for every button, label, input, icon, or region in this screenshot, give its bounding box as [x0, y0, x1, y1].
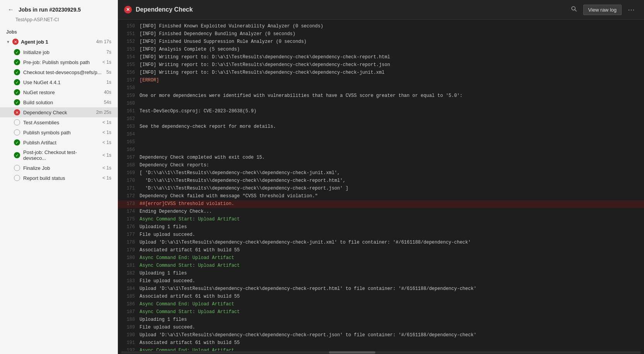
log-line: 161 Test-DevSecOps.csproj: CVE-2023-2863…: [118, 108, 644, 115]
log-line-number: 191: [121, 339, 135, 347]
log-line-number: 165: [121, 139, 135, 146]
job-item-time: < 1s: [102, 130, 111, 135]
log-line-text: Async Command Start: Upload Artifact: [140, 308, 240, 316]
log-line: 166: [118, 146, 644, 154]
log-line-text: Dependency Check reports:: [140, 162, 209, 169]
log-line: 185 Associated artifact 61 with build 55: [118, 293, 644, 301]
scroll-thumb[interactable]: [329, 351, 375, 354]
status-icon-success: ✓: [14, 152, 20, 158]
main-content: ✕ Dependency Check View raw log ⋯ 150 [I…: [118, 0, 644, 354]
log-line-number: 187: [121, 308, 135, 316]
log-line-text: Async Command End: Upload Artifact: [140, 347, 234, 351]
log-line-number: 186: [121, 301, 135, 308]
sidebar-item-publish-artifact[interactable]: ✓ Publish Artifact < 1s: [0, 137, 118, 147]
sidebar-item-publish-symbols[interactable]: Publish symbols path < 1s: [0, 127, 118, 137]
log-container[interactable]: 150 [INFO] Finished Known Exploited Vuln…: [118, 20, 644, 351]
log-line: 169 [ 'D:\\a\\1\\TestResults\\dependency…: [118, 169, 644, 177]
log-line-number: 177: [121, 231, 135, 239]
sidebar-item-checkout[interactable]: ✓ Checkout test-devsecops@refs/p... 5s: [0, 67, 118, 77]
sidebar-item-test-assemblies[interactable]: Test Assemblies < 1s: [0, 117, 118, 127]
sidebar-item-finalize-job[interactable]: Finalize Job < 1s: [0, 163, 118, 173]
log-line-number: 172: [121, 193, 135, 200]
log-line: 159 One or more dependencies were identi…: [118, 92, 644, 100]
log-line: 189 File upload succeed.: [118, 324, 644, 332]
sidebar-item-post-job-checkout[interactable]: ✓ Post-job: Checkout test-devseco... < 1…: [0, 147, 118, 163]
log-line-text: [ 'D:\\a\\1\\TestResults\\dependency-che…: [140, 169, 340, 177]
scroll-track: [121, 351, 641, 354]
agent-job-row[interactable]: ▼ ✕ Agent job 1 4m 17s: [0, 36, 118, 47]
log-line-text: 'D:\\a\\1\\TestResults\\dependency-check…: [140, 177, 346, 185]
log-line: 192 Async Command End: Upload Artifact: [118, 347, 644, 351]
log-line-text: Dependency Check completed with exit cod…: [140, 154, 265, 161]
log-line-number: 160: [121, 100, 135, 107]
log-line: 184 Upload 'D:\a\1\TestResults\dependenc…: [118, 285, 644, 293]
log-line-number: 181: [121, 262, 135, 269]
job-item-time: 5s: [106, 69, 111, 75]
log-line-text: Associated artifact 61 with build 55: [140, 293, 240, 300]
job-item-time: < 1s: [102, 59, 111, 65]
log-line-number: 163: [121, 123, 135, 130]
log-line: 157 [ERROR]: [118, 77, 644, 85]
log-line-number: 169: [121, 169, 135, 177]
log-line: 151 [INFO] Finished Dependency Bundling …: [118, 30, 644, 38]
log-line-text: File upload succeed.: [140, 324, 195, 331]
log-line-text: Uploading 1 files: [140, 316, 187, 324]
log-line-number: 179: [121, 247, 135, 254]
job-item-label: Finalize Job: [23, 165, 99, 171]
log-line-number: 162: [121, 115, 135, 123]
log-line-number: 183: [121, 278, 135, 285]
log-line-text: [INFO] Writing report to: D:\a\1\TestRes…: [140, 54, 390, 61]
job-item-time: 2m 25s: [96, 110, 111, 115]
log-line-text: File upload succeed.: [140, 231, 195, 239]
sidebar-item-use-nuget[interactable]: ✓ Use NuGet 4.4.1 1s: [0, 77, 118, 87]
log-line: 170 'D:\\a\\1\\TestResults\\dependency-c…: [118, 177, 644, 185]
log-line-number: 157: [121, 77, 135, 84]
log-line: 188 Uploading 1 files: [118, 316, 644, 324]
main-title: Dependency Check: [136, 6, 564, 13]
more-options-button[interactable]: ⋯: [625, 4, 638, 15]
search-button[interactable]: [568, 4, 580, 15]
log-line: 173 ##[error]CVSS threshold violation.: [118, 200, 644, 208]
log-line-text: Ending Dependency Check...: [140, 208, 212, 215]
log-line-number: 158: [121, 85, 135, 92]
log-line-number: 159: [121, 92, 135, 100]
log-line: 172 Dependency Check failed with message…: [118, 193, 644, 200]
log-line-number: 180: [121, 254, 135, 262]
back-button[interactable]: ←: [6, 5, 15, 14]
job-items-list: ✓ Initialize job 7s ✓ Pre-job: Publish s…: [0, 47, 118, 183]
log-line-text: One or more dependencies were identified…: [140, 92, 462, 100]
status-icon-pending: [14, 119, 20, 125]
horizontal-scrollbar[interactable]: [118, 351, 644, 354]
sidebar-item-dependency-check[interactable]: ✕ Dependency Check 2m 25s: [0, 107, 118, 117]
log-line-text: [INFO] Finished Known Exploited Vulnerab…: [140, 23, 323, 30]
log-line: 181 Async Command Start: Upload Artifact: [118, 262, 644, 270]
log-line-text: Associated artifact 61 with build 55: [140, 339, 240, 347]
sidebar-item-initialize-job[interactable]: ✓ Initialize job 7s: [0, 47, 118, 57]
log-line: 152 [INFO] Finished Unused Suppression R…: [118, 38, 644, 46]
status-icon-pending: [14, 129, 20, 136]
sidebar-item-pre-job-publish[interactable]: ✓ Pre-job: Publish symbols path < 1s: [0, 57, 118, 67]
job-item-time: < 1s: [102, 165, 111, 171]
log-line: 165: [118, 139, 644, 146]
log-line-number: 167: [121, 154, 135, 161]
sidebar-item-report-build-status[interactable]: Report build status < 1s: [0, 173, 118, 183]
log-line: 163 See the dependency-check report for …: [118, 123, 644, 131]
view-raw-button[interactable]: View raw log: [583, 5, 622, 15]
log-line-number: 182: [121, 270, 135, 277]
log-line-text: [INFO] Analysis Complete (5 seconds): [140, 46, 240, 53]
job-item-label: Use NuGet 4.4.1: [23, 80, 103, 85]
log-line: 153 [INFO] Analysis Complete (5 seconds): [118, 46, 644, 54]
job-item-label: Publish Artifact: [23, 140, 99, 146]
log-line: 178 Upload 'D:\a\1\TestResults\dependenc…: [118, 239, 644, 247]
log-line: 160: [118, 100, 644, 108]
header-actions: View raw log ⋯: [568, 4, 638, 15]
log-line-number: 166: [121, 146, 135, 154]
log-line: 190 Upload 'D:\a\1\TestResults\dependenc…: [118, 332, 644, 339]
job-item-time: < 1s: [102, 140, 111, 145]
log-line-text: Uploading 1 files: [140, 270, 187, 277]
sidebar-item-build-solution[interactable]: ✓ Build solution 54s: [0, 97, 118, 107]
log-line-number: 192: [121, 347, 135, 351]
sidebar-item-nuget-restore[interactable]: ✓ NuGet restore 40s: [0, 87, 118, 97]
log-line: 174 Ending Dependency Check...: [118, 208, 644, 216]
log-line: 177 File upload succeed.: [118, 231, 644, 239]
